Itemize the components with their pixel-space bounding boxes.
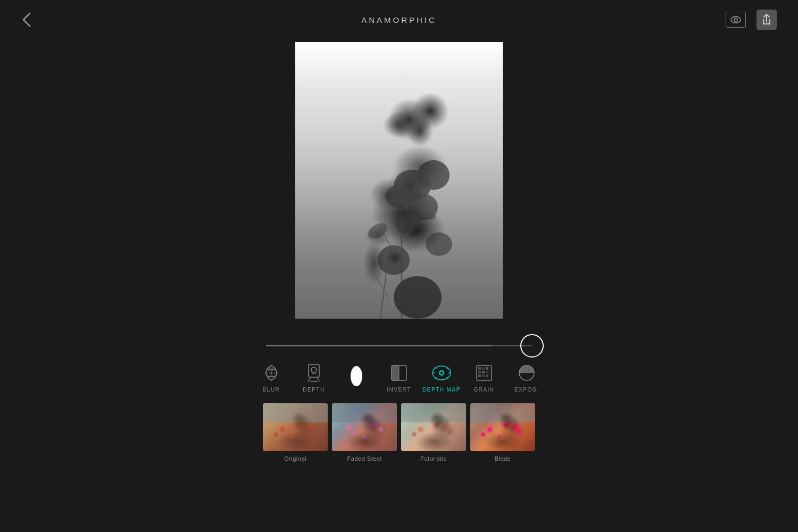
grain-icon — [473, 362, 495, 384]
back-button[interactable] — [21, 11, 33, 28]
thumb-flowers-original — [263, 403, 328, 451]
depth-map-label: DEPTH MAP — [422, 387, 461, 393]
svg-rect-32 — [482, 371, 485, 373]
grain-label: GRAIN — [473, 387, 494, 393]
svg-rect-29 — [482, 367, 485, 370]
filter-thumb-faded-steel — [332, 403, 397, 451]
svg-rect-35 — [482, 375, 485, 377]
tool-invert[interactable]: INVERT — [378, 362, 420, 393]
svg-rect-33 — [486, 371, 488, 373]
blur-label: BLUR — [263, 387, 280, 393]
svg-rect-31 — [478, 371, 481, 373]
oval-shape — [351, 366, 362, 386]
svg-point-20 — [311, 367, 317, 372]
svg-point-14 — [426, 232, 452, 256]
invert-icon — [388, 362, 410, 384]
svg-rect-36 — [486, 375, 488, 377]
exposure-label: EXPOS. — [514, 387, 539, 393]
tool-oval[interactable] — [335, 365, 378, 390]
svg-point-0 — [731, 16, 741, 23]
filter-blade[interactable]: Blade — [468, 403, 537, 462]
oval-icon — [346, 365, 367, 387]
filter-thumb-original — [263, 403, 328, 451]
filters-row: Original Faded Steel Futuristic Blade — [261, 403, 537, 462]
slider-thumb[interactable] — [520, 334, 544, 358]
slider-fill — [266, 345, 492, 346]
tool-depth[interactable]: DEPTH — [293, 362, 335, 393]
slider-track[interactable] — [266, 345, 532, 346]
depth-icon — [303, 362, 325, 384]
filter-name-futuristic: Futuristic — [420, 455, 447, 462]
thumb-plants-blade — [470, 403, 535, 451]
slider-area[interactable] — [266, 345, 532, 346]
thumb-sky-original — [263, 403, 328, 422]
filter-name-blade: Blade — [495, 455, 511, 462]
share-icon-box — [757, 10, 777, 30]
svg-rect-30 — [486, 367, 488, 370]
tool-grain[interactable]: GRAIN — [463, 362, 505, 393]
filter-original[interactable]: Original — [261, 403, 330, 462]
thumb-plants-futuristic — [401, 403, 466, 451]
svg-point-26 — [440, 372, 443, 375]
thumb-plants-faded — [332, 403, 397, 451]
plant-svg — [295, 42, 503, 319]
filter-thumb-blade — [470, 403, 535, 451]
preview-button[interactable] — [726, 12, 746, 28]
top-right-actions — [726, 10, 777, 30]
svg-point-8 — [418, 160, 450, 190]
svg-rect-28 — [478, 367, 481, 370]
tool-depth-map[interactable]: DEPTH MAP — [420, 362, 463, 393]
svg-point-13 — [378, 245, 410, 275]
filter-futuristic[interactable]: Futuristic — [399, 403, 468, 462]
filter-faded-steel[interactable]: Faded Steel — [330, 403, 399, 462]
invert-label: INVERT — [387, 387, 411, 393]
svg-point-1 — [734, 18, 737, 21]
main-image-container — [295, 42, 503, 319]
filter-name-original: Original — [284, 455, 306, 462]
exposure-icon — [516, 362, 537, 384]
eye-icon-box — [726, 12, 746, 28]
svg-point-12 — [394, 276, 442, 319]
tools-row: BLUR DEPTH INVERT — [250, 362, 548, 393]
depth-label: DEPTH — [303, 387, 325, 393]
top-bar: ANAMORPHIC — [0, 0, 798, 39]
filter-thumb-futuristic — [401, 403, 466, 451]
blur-icon — [261, 362, 282, 384]
depth-map-icon — [431, 362, 452, 384]
svg-point-11 — [395, 212, 419, 234]
thumb-plants-original — [263, 403, 328, 451]
tool-blur[interactable]: BLUR — [250, 362, 293, 393]
svg-rect-34 — [478, 375, 481, 377]
tool-exposure[interactable]: EXPOS. — [505, 362, 548, 393]
filter-name-faded-steel: Faded Steel — [347, 455, 382, 462]
svg-rect-22 — [392, 365, 399, 380]
share-button[interactable] — [757, 10, 777, 30]
main-image[interactable] — [295, 42, 503, 319]
svg-rect-19 — [309, 364, 319, 377]
app-title: ANAMORPHIC — [361, 15, 437, 24]
